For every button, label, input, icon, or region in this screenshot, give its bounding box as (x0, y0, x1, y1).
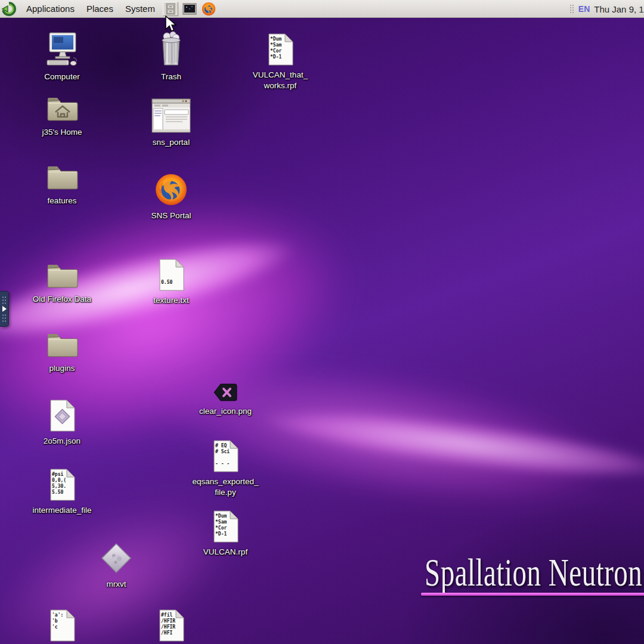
trash-icon (157, 30, 185, 70)
file-manager-launcher[interactable] (163, 2, 178, 16)
icon-label: clear_icon.png (199, 406, 252, 417)
panel-right-cluster: EN Thu Jan 9, 19 (569, 0, 644, 18)
file-preview-text: #fil /HFIR /HFIR /HFI (161, 612, 175, 636)
desktop-icon-sns-portal-file[interactable]: sns_portal (135, 98, 207, 148)
icon-label: eqsans_exported_ file.py (192, 476, 258, 498)
desktop-icon-mrxvt[interactable]: mrxvt (80, 541, 152, 590)
wallpaper-shade (334, 453, 644, 644)
folder-icon (45, 330, 79, 361)
desktop-icon-clear-png[interactable]: clear_icon.png (190, 383, 261, 417)
icon-label: intermediate_file (32, 505, 91, 516)
keyboard-layout-indicator[interactable]: EN (578, 4, 590, 14)
image-thumbnail-icon (213, 383, 238, 404)
icon-label: sns_portal (153, 137, 190, 148)
file-preview-text: 'a': 'b 'c (52, 612, 63, 630)
file-preview-text: *Dum *Sam *Cor *D-1 (215, 513, 227, 537)
desktop-icon-bottom-file-a[interactable]: 'a': 'b 'c (26, 609, 98, 644)
menu-places[interactable]: Places (80, 1, 119, 16)
icon-label: mrxvt (107, 579, 126, 590)
text-file-icon: *Dum *Sam *Cor *D-1 (267, 33, 294, 68)
text-file-icon: # EQ # Sci - - - (212, 440, 239, 475)
desktop-icon-vulcan-rpf[interactable]: *Dum *Sam *Cor *D-1 VULCAN.rpf (190, 510, 261, 558)
diamond-app-icon (100, 541, 133, 577)
text-file-icon: 'a': 'b 'c (48, 609, 76, 644)
file-preview-text: 0.50 (161, 262, 172, 286)
icon-label: Computer (44, 72, 79, 82)
terminal-launcher[interactable] (182, 2, 197, 16)
wallpaper-caption-underline (421, 593, 644, 596)
computer-icon (44, 32, 80, 70)
wallpaper-caption: Spallation Neutron Source (425, 550, 644, 595)
desktop-icon-features[interactable]: features (26, 163, 98, 206)
desktop-icon-intermediate-file[interactable]: #psi 0,0,( 5,30. 5.50 intermediate_file (26, 469, 98, 516)
wallpaper-streak (196, 385, 644, 503)
text-file-icon: *Dum *Sam *Cor *D-1 (212, 510, 239, 545)
icon-label: Trash (161, 72, 181, 82)
desktop-icon-2o5m-json[interactable]: 2o5m.json (26, 400, 98, 447)
icon-label: texture.txt (153, 295, 188, 306)
wallpaper-streak (63, 309, 644, 561)
icon-label: VULCAN.rpf (203, 547, 247, 558)
icon-label: plugins (49, 363, 75, 374)
desktop-icon-vulcan-that-works[interactable]: *Dum *Sam *Cor *D-1 VULCAN_that_ works.r… (244, 33, 316, 91)
firefox-launcher[interactable] (201, 2, 216, 16)
desktop-icon-sns-portal-link[interactable]: SNS Portal (135, 173, 207, 221)
desktop-icon-bottom-file-b[interactable]: #fil /HFIR /HFIR /HFI (135, 609, 207, 644)
folder-icon (45, 261, 79, 292)
desktop-icon-old-firefox-data[interactable]: Old Firefox Data (26, 261, 98, 305)
applet-grip-icon[interactable] (569, 4, 574, 14)
folder-icon (45, 163, 79, 194)
desktop-icon-computer[interactable]: Computer (26, 32, 98, 82)
file-preview-text: *Dum *Sam *Cor *D-1 (270, 36, 281, 60)
menu-applications[interactable]: Applications (20, 1, 80, 16)
firefox-icon (202, 2, 216, 16)
text-file-icon: 0.50 (157, 259, 185, 293)
icon-label: features (48, 196, 77, 206)
desktop-icon-texture-txt[interactable]: 0.50 texture.txt (135, 259, 207, 306)
desktop-screen: Spallation Neutron Source (0, 0, 644, 644)
file-preview-text: # EQ # Sci - - - (215, 443, 230, 467)
mouse-cursor (165, 16, 178, 33)
file-preview-text: #psi 0,0,( 5,30. 5.50 (52, 472, 66, 496)
file-cabinet-icon (165, 3, 177, 15)
distro-logo-icon[interactable] (1, 1, 17, 17)
menu-system[interactable]: System (119, 1, 161, 16)
icon-label: Old Firefox Data (33, 294, 91, 305)
desktop-icon-home[interactable]: j35's Home (26, 94, 98, 138)
panel-clock[interactable]: Thu Jan 9, 19 (594, 4, 644, 14)
terminal-icon (182, 3, 197, 15)
expand-arrow-icon (2, 306, 7, 312)
text-file-icon: #psi 0,0,( 5,30. 5.50 (48, 469, 76, 503)
hidden-panel-handle[interactable] (0, 291, 9, 327)
firefox-icon (154, 173, 188, 209)
grip-dots-icon (2, 314, 7, 322)
icon-label: 2o5m.json (44, 436, 80, 447)
desktop-icon-trash[interactable]: Trash (135, 30, 207, 82)
home-folder-icon (45, 94, 79, 125)
json-file-icon (48, 400, 76, 434)
window-thumbnail-icon (151, 98, 191, 135)
grip-dots-icon (2, 296, 7, 304)
text-file-icon: #fil /HFIR /HFIR /HFI (157, 609, 185, 644)
desktop-icon-plugins[interactable]: plugins (26, 330, 98, 374)
icon-label: j35's Home (42, 127, 82, 138)
icon-label: VULCAN_that_ works.rpf (253, 70, 308, 91)
desktop-icon-eqsans-exported[interactable]: # EQ # Sci - - - eqsans_exported_ file.p… (190, 440, 261, 498)
top-panel: Applications Places System (0, 0, 644, 18)
icon-label: SNS Portal (151, 210, 191, 221)
